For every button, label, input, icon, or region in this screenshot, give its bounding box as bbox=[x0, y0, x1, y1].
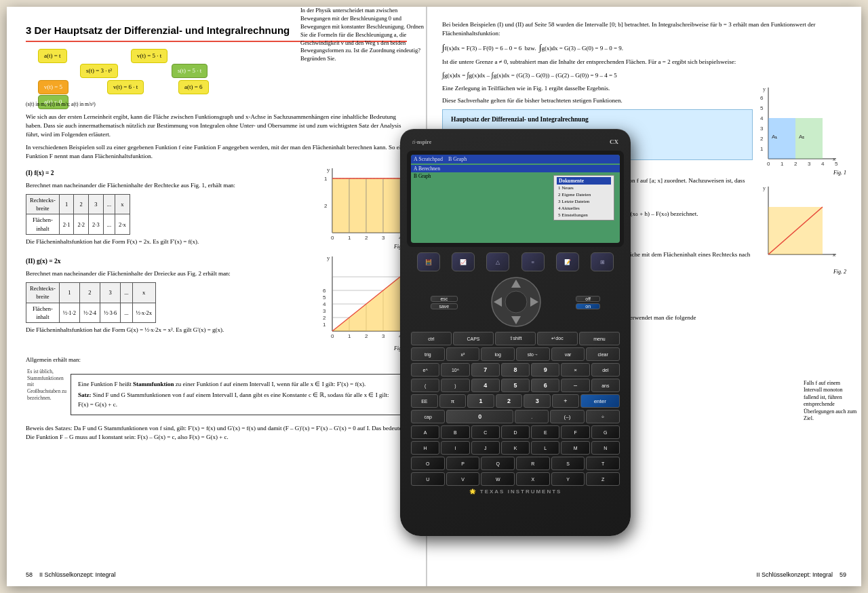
svg-point-1 bbox=[505, 291, 527, 313]
key-B[interactable]: B bbox=[441, 425, 469, 439]
key-menu[interactable]: menu bbox=[579, 332, 620, 345]
key-enter[interactable]: enter bbox=[580, 394, 620, 408]
key-caps[interactable]: CAPS bbox=[453, 332, 494, 345]
calc-nav bbox=[491, 277, 542, 328]
key-P[interactable]: P bbox=[446, 457, 480, 470]
key-ans[interactable]: ans bbox=[591, 379, 620, 392]
key-V[interactable]: V bbox=[446, 472, 480, 486]
key-M[interactable]: M bbox=[561, 441, 589, 455]
key-x2[interactable]: x² bbox=[446, 347, 480, 361]
para1: Wie sich aus der ersten Lerneinheit ergi… bbox=[26, 113, 407, 139]
key-9[interactable]: 9 bbox=[531, 363, 559, 377]
key-E[interactable]: E bbox=[531, 425, 559, 439]
key-N[interactable]: N bbox=[591, 441, 620, 455]
key-var[interactable]: var bbox=[551, 347, 585, 361]
key-e[interactable]: e^ bbox=[411, 363, 439, 377]
key-W[interactable]: W bbox=[481, 472, 515, 486]
calc-icon-calc[interactable]: 🧮 bbox=[417, 252, 440, 271]
key-capture[interactable]: cap bbox=[411, 410, 445, 423]
submenu-1[interactable]: 1 Neues bbox=[557, 185, 611, 191]
calc-ti-text: ti-nspire bbox=[412, 139, 431, 145]
fig2-label-right: Fig. 2 bbox=[758, 268, 846, 276]
key-3[interactable]: 3 bbox=[524, 394, 551, 408]
book-spread: 3 Der Hauptsatz der Differenzial- und In… bbox=[7, 7, 861, 586]
key-dot[interactable]: . bbox=[515, 410, 549, 423]
key-rparen[interactable]: ) bbox=[441, 379, 469, 392]
key-doc[interactable]: ↵doc bbox=[537, 332, 578, 345]
key-minus[interactable]: – bbox=[561, 379, 589, 392]
calc-icon-apps[interactable]: ⊞ bbox=[591, 252, 614, 271]
key-div[interactable]: ÷ bbox=[586, 410, 620, 423]
key-K[interactable]: K bbox=[501, 441, 530, 455]
key-Z[interactable]: Z bbox=[586, 472, 620, 486]
graph2-container: Fig. 2 bbox=[319, 253, 407, 352]
key-plus[interactable]: + bbox=[552, 394, 579, 408]
submenu-3[interactable]: 3 Letzte Dateien bbox=[557, 198, 611, 205]
formula-box-3: s(t) = 3 · t² bbox=[80, 64, 118, 78]
key-trig[interactable]: trig bbox=[411, 347, 445, 361]
hauptsatz-title: Hauptsatz der Differenzial- und Integral… bbox=[451, 115, 744, 125]
para2: In verschiedenen Beispielen soll zu eine… bbox=[26, 143, 407, 161]
key-neg[interactable]: (–) bbox=[550, 410, 584, 423]
key-5[interactable]: 5 bbox=[501, 379, 530, 392]
key-D[interactable]: D bbox=[501, 425, 530, 439]
calc-icon-notes[interactable]: 📝 bbox=[556, 252, 579, 271]
screen-menu-b[interactable]: B Graph bbox=[448, 156, 467, 162]
key-8[interactable]: 8 bbox=[501, 363, 530, 377]
formula-box-2: v(t) = 5 · t bbox=[131, 49, 167, 63]
key-pi[interactable]: π bbox=[439, 394, 467, 408]
key-U[interactable]: U bbox=[411, 472, 445, 486]
key-S[interactable]: S bbox=[551, 457, 585, 470]
sachverhalte: Diese Sachverhalte gelten für die bisher… bbox=[442, 96, 753, 105]
submenu-5[interactable]: 5 Einstellungen bbox=[557, 212, 611, 218]
key-T[interactable]: T bbox=[586, 457, 620, 470]
fig2-label-left: Fig. 2 bbox=[319, 345, 407, 353]
definition-box: Eine Funktion F heißt Stammfunktion zu e… bbox=[71, 374, 407, 416]
key-R[interactable]: R bbox=[516, 457, 550, 470]
key-J[interactable]: J bbox=[471, 441, 500, 455]
key-Y[interactable]: Y bbox=[551, 472, 585, 486]
key-G[interactable]: G bbox=[591, 425, 620, 439]
key-lparen[interactable]: ( bbox=[411, 379, 439, 392]
key-ee[interactable]: EE bbox=[411, 394, 438, 408]
key-mult[interactable]: × bbox=[561, 363, 589, 377]
key-A[interactable]: A bbox=[411, 425, 439, 439]
key-clear[interactable]: clear bbox=[586, 347, 620, 361]
screen-menu-a[interactable]: A Scratchpad bbox=[414, 156, 443, 162]
key-L[interactable]: L bbox=[531, 441, 559, 455]
calc-icon-graph[interactable]: 📈 bbox=[452, 252, 475, 271]
submenu-4[interactable]: 4 Aktuelles bbox=[557, 205, 611, 212]
key-sto[interactable]: sto→ bbox=[516, 347, 550, 361]
table2: Rechtecks-breite123...x Flächen-inhalt½·… bbox=[26, 282, 156, 323]
key-I[interactable]: I bbox=[441, 441, 469, 455]
key-Q[interactable]: Q bbox=[481, 457, 515, 470]
key-F[interactable]: F bbox=[561, 425, 589, 439]
key-save[interactable]: save bbox=[431, 303, 458, 309]
key-ctrl[interactable]: ctrl bbox=[411, 332, 452, 345]
key-2[interactable]: 2 bbox=[496, 394, 523, 408]
key-del[interactable]: del bbox=[591, 363, 620, 377]
key-0[interactable]: 0 bbox=[446, 410, 513, 423]
key-H[interactable]: H bbox=[411, 441, 439, 455]
key-C[interactable]: C bbox=[471, 425, 500, 439]
key-off[interactable]: off bbox=[576, 296, 600, 302]
calc-icon-geo[interactable]: △ bbox=[486, 252, 509, 271]
key-10[interactable]: 10^ bbox=[441, 363, 469, 377]
submenu-2[interactable]: 2 Eigene Dateien bbox=[557, 191, 611, 198]
key-esc[interactable]: esc bbox=[431, 296, 458, 302]
key-6[interactable]: 6 bbox=[531, 379, 559, 392]
key-1[interactable]: 1 bbox=[467, 394, 494, 408]
screen-item-berechnen[interactable]: A Berechnen bbox=[411, 165, 620, 172]
key-on[interactable]: on bbox=[576, 303, 600, 309]
screen-submenu: Dokumente 1 Neues 2 Eigene Dateien 3 Let… bbox=[553, 175, 614, 221]
key-log[interactable]: log bbox=[481, 347, 515, 361]
formula-box-6: v(t) = 6 · t bbox=[107, 80, 144, 94]
key-4[interactable]: 4 bbox=[471, 379, 500, 392]
key-O[interactable]: O bbox=[411, 457, 445, 470]
calc-icon-list[interactable]: ≡ bbox=[521, 252, 545, 271]
key-shift[interactable]: ⇧shift bbox=[495, 332, 536, 345]
def-rest: zu einer Funktion f auf einem Intervall … bbox=[174, 381, 366, 387]
key-7[interactable]: 7 bbox=[471, 363, 500, 377]
margin-note: Es ist üblich, Stammfunktionen mit Großb… bbox=[27, 368, 68, 402]
key-X[interactable]: X bbox=[516, 472, 550, 486]
